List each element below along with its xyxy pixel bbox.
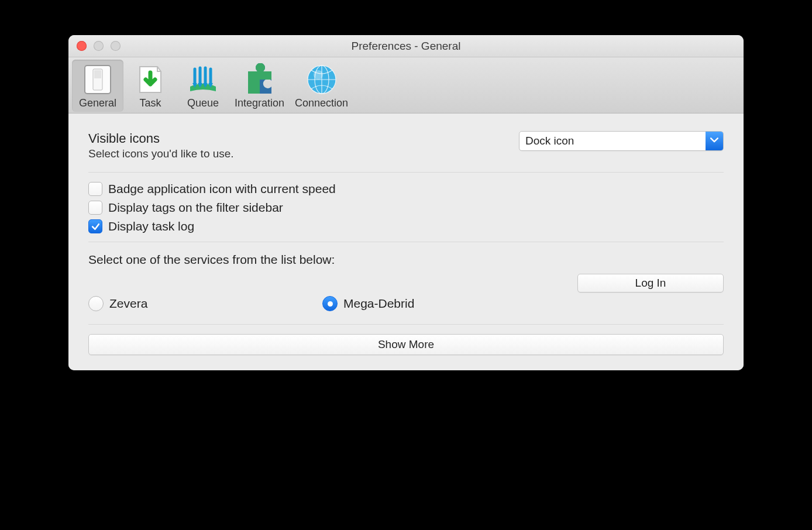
separator [88, 324, 724, 325]
checkbox-icon [88, 182, 102, 196]
show-more-button[interactable]: Show More [88, 334, 724, 355]
minimize-window-button[interactable] [94, 41, 104, 51]
tab-general[interactable]: General [72, 60, 123, 112]
titlebar: Preferences - General [68, 35, 744, 57]
button-label: Log In [635, 277, 666, 290]
radio-label: Zevera [109, 297, 147, 311]
radio-zevera[interactable]: Zevera [88, 296, 322, 311]
radio-selected-icon [322, 296, 338, 311]
select-value: Dock icon [519, 135, 706, 147]
radio-icon [88, 296, 104, 311]
tab-label: Queue [187, 97, 219, 109]
download-arrow-icon [134, 63, 167, 96]
svg-rect-2 [94, 70, 101, 78]
tab-label: Integration [235, 97, 284, 109]
general-pane: Visible icons Select icons you'd like to… [68, 113, 744, 370]
button-label: Show More [378, 338, 434, 351]
checkbox-checked-icon [88, 219, 102, 233]
tab-label: Connection [295, 97, 348, 109]
check-display-task-log[interactable]: Display task log [88, 219, 724, 233]
separator [88, 172, 724, 173]
queue-icon [187, 63, 219, 96]
preferences-toolbar: General Task [68, 57, 744, 113]
preferences-window: Preferences - General General T [68, 35, 744, 370]
tab-task[interactable]: Task [125, 60, 176, 112]
tab-connection[interactable]: Connection [290, 60, 353, 112]
tab-label: General [79, 97, 116, 109]
radio-label: Mega-Debrid [343, 297, 414, 311]
switch-icon [81, 63, 114, 96]
check-display-tags[interactable]: Display tags on the filter sidebar [88, 201, 724, 215]
services-radio-group: Zevera Mega-Debrid [88, 296, 724, 311]
tab-label: Task [139, 97, 161, 109]
zoom-window-button[interactable] [111, 41, 121, 51]
services-prompt: Select one of the services from the list… [88, 253, 724, 267]
visible-icons-heading: Visible icons Select icons you'd like to… [88, 131, 234, 160]
window-controls [68, 41, 121, 51]
tab-integration[interactable]: Integration [230, 60, 289, 112]
globe-icon [305, 63, 338, 96]
check-label: Display task log [108, 219, 194, 233]
visible-icons-title: Visible icons [88, 131, 234, 146]
window-title: Preferences - General [68, 40, 744, 53]
check-badge-speed[interactable]: Badge application icon with current spee… [88, 182, 724, 196]
radio-mega-debrid[interactable]: Mega-Debrid [322, 296, 556, 311]
checkbox-icon [88, 201, 102, 215]
visible-icons-select[interactable]: Dock icon [519, 131, 724, 151]
check-label: Display tags on the filter sidebar [108, 201, 283, 215]
chevron-down-icon [706, 132, 723, 150]
svg-point-6 [314, 70, 323, 80]
login-button[interactable]: Log In [577, 274, 724, 292]
tab-queue[interactable]: Queue [177, 60, 229, 112]
separator [88, 242, 724, 242]
check-label: Badge application icon with current spee… [108, 182, 336, 196]
visible-icons-subtitle: Select icons you'd like to use. [88, 147, 234, 160]
close-window-button[interactable] [77, 41, 87, 51]
puzzle-icon [243, 63, 276, 96]
